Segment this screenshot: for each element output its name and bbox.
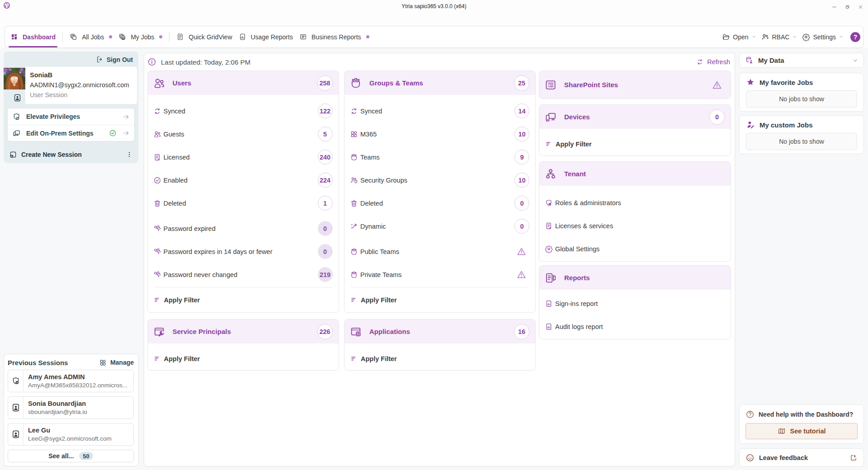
session-item-name: Amy Ames ADMIN: [28, 373, 85, 381]
row-label: Synced: [360, 108, 382, 115]
teams-icon: [350, 248, 358, 256]
apply-filter-label: Apply Filter: [361, 355, 397, 362]
card-reports-header[interactable]: Reports: [539, 266, 731, 290]
report-doc-icon: [545, 323, 553, 331]
row-enabled[interactable]: Enabled224: [148, 169, 339, 192]
create-session-icon: [9, 150, 17, 159]
apply-filter-users[interactable]: Apply Filter: [148, 288, 339, 311]
apply-filter-groups-teams[interactable]: Apply Filter: [344, 288, 535, 311]
card-devices: Devices0Apply Filter: [539, 104, 731, 156]
apply-filter-service-principals[interactable]: Apply Filter: [148, 347, 339, 370]
kebab-menu-icon[interactable]: [126, 151, 133, 158]
apply-filter-applications[interactable]: Apply Filter: [344, 347, 535, 370]
tab-dashboard[interactable]: Dashboard: [7, 26, 59, 47]
map-icon: [778, 427, 786, 435]
row-guests[interactable]: Guests5: [148, 122, 339, 146]
card-devices-header[interactable]: Devices0: [539, 105, 731, 129]
create-new-session-row[interactable]: Create New Session: [7, 148, 135, 161]
section-header: My custom Jobs: [746, 120, 857, 129]
row-deleted[interactable]: Deleted0: [344, 192, 535, 215]
window-controls: [828, 0, 867, 13]
row-password-expires-in-14-days-or-fewer[interactable]: Password expires in 14 days or fewer0: [148, 240, 339, 263]
card-tenant-header[interactable]: Tenant: [539, 162, 731, 186]
card-title: SharePoint Sites: [564, 81, 618, 89]
refresh-label: Refresh: [707, 58, 730, 66]
tab-label: Usage Reports: [251, 33, 293, 41]
row-licenses-services[interactable]: Licenses & services: [539, 214, 731, 237]
row-private-teams[interactable]: Private Teams: [344, 263, 535, 286]
tab-all-jobs[interactable]: All Jobs: [66, 26, 115, 47]
rbac-button[interactable]: RBAC: [759, 33, 800, 41]
user-session-type: User Session: [30, 90, 132, 100]
user-name: SoniaB: [30, 70, 132, 80]
database-person-icon: [745, 56, 754, 65]
row-roles-administrators[interactable]: Roles & administrators: [539, 191, 731, 214]
chevron-down-icon: [752, 35, 756, 39]
open-button[interactable]: Open: [719, 33, 758, 41]
row-password-never-changed[interactable]: Password never changed219: [148, 263, 339, 286]
edit-onprem-settings-button[interactable]: Edit On-Prem Settings: [8, 125, 134, 141]
teams-icon: [350, 271, 358, 279]
apply-filter-devices[interactable]: Apply Filter: [539, 132, 731, 155]
elevate-privileges-button[interactable]: Elevate Privileges: [8, 108, 134, 125]
tab-business-reports[interactable]: Business Reports: [296, 26, 373, 47]
manage-icon: [99, 359, 107, 367]
row-synced[interactable]: Synced122: [148, 99, 339, 122]
card-users-header[interactable]: Users258: [148, 71, 339, 95]
row-label: Password expires in 14 days or fewer: [164, 248, 273, 255]
card-sharepoint-sites-header[interactable]: SharePoint Sites: [539, 71, 731, 99]
smiley-icon: [745, 453, 755, 462]
tab-usage-reports[interactable]: Usage Reports: [236, 26, 296, 47]
leave-feedback-button[interactable]: Leave feedback: [739, 448, 864, 467]
see-all-sessions-button[interactable]: See all... 50: [8, 450, 134, 462]
refresh-button[interactable]: Refresh: [696, 58, 730, 66]
close-button[interactable]: [854, 0, 867, 13]
manage-sessions-button[interactable]: Manage: [99, 359, 134, 367]
row-security-groups[interactable]: Security Groups10: [344, 169, 535, 192]
see-tutorial-button[interactable]: See tutorial: [745, 423, 858, 439]
help-button[interactable]: ?: [850, 32, 860, 42]
card-devices-body: Apply Filter: [539, 129, 731, 155]
tab-my-jobs[interactable]: My Jobs: [115, 26, 165, 47]
card-groups-teams-header[interactable]: Groups & Teams25: [344, 71, 535, 95]
session-item-lee-gu[interactable]: Lee GuLeeG@sygx2.onmicrosoft.com: [8, 423, 134, 446]
minimize-button[interactable]: [828, 0, 841, 13]
count-badge: 10: [514, 173, 529, 188]
dashboard-column-3: SharePoint SitesDevices0Apply FilterTena…: [539, 70, 731, 339]
row-password-expired[interactable]: Password expired0: [148, 217, 339, 240]
session-item-amy-ames-admin[interactable]: Amy Ames ADMINAmyA@M365x85832012.onmicro…: [8, 370, 134, 392]
session-item-sonia-bounardjian[interactable]: Sonia Bounardjiansbounardjian@ytria.io: [8, 396, 134, 419]
row-public-teams[interactable]: Public Teams: [344, 240, 535, 263]
session-item-name: Lee Gu: [28, 427, 50, 434]
empty-state: No jobs to show: [746, 133, 857, 150]
row-licensed[interactable]: Licensed240: [148, 146, 339, 169]
settings-button[interactable]: Settings: [799, 33, 846, 41]
section-title: My custom Jobs: [760, 121, 813, 129]
person-edit-icon: [746, 120, 755, 129]
session-actions: Elevate PrivilegesEdit On-Prem Settings: [7, 108, 135, 141]
guests-icon: [153, 130, 161, 138]
apply-filter-label: Apply Filter: [164, 296, 200, 304]
restore-button[interactable]: [841, 0, 854, 13]
minimize-icon: [832, 5, 837, 9]
apply-filter-label: Apply Filter: [164, 355, 200, 362]
row-m365[interactable]: M36510: [344, 122, 535, 146]
row-synced[interactable]: Synced14: [344, 99, 535, 122]
count-badge: 219: [318, 267, 333, 282]
my-data-header[interactable]: My Data: [739, 53, 864, 68]
row-dynamic[interactable]: Dynamic0: [344, 215, 535, 238]
sign-out-button[interactable]: Sign Out: [96, 56, 133, 63]
app-logo-icon: [3, 2, 10, 9]
previous-sessions-title: Previous Sessions: [8, 359, 68, 367]
row-teams[interactable]: Teams9: [344, 146, 535, 169]
card-applications-header[interactable]: Applications16: [344, 320, 535, 343]
row-label: Public Teams: [360, 248, 399, 255]
row-sign-ins-report[interactable]: Sign-ins report: [539, 292, 731, 315]
row-audit-logs-report[interactable]: Audit logs report: [539, 315, 731, 338]
rbac-label: RBAC: [772, 33, 790, 41]
row-global-settings[interactable]: Global Settings: [539, 237, 731, 260]
card-service-principals-header[interactable]: Service Principals226: [148, 320, 339, 343]
nav-separator: [62, 32, 63, 42]
tab-quick-gridview[interactable]: Quick GridView: [173, 26, 235, 47]
row-deleted[interactable]: Deleted1: [148, 192, 339, 215]
